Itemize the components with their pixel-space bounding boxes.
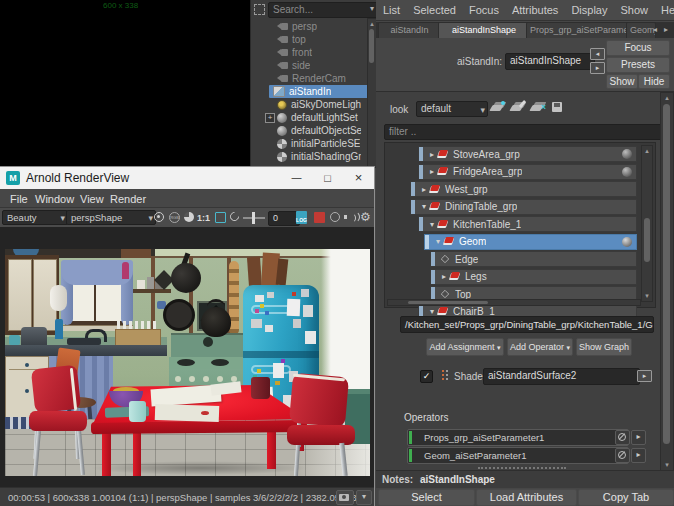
- window-maximize-button[interactable]: □: [312, 167, 343, 189]
- standin-name-field[interactable]: aiStandInShape: [505, 53, 595, 70]
- edit-look-icon[interactable]: [510, 101, 525, 114]
- load-attributes-button[interactable]: Load Attributes: [476, 489, 577, 506]
- connect-output-icon[interactable]: ▸: [590, 62, 605, 74]
- debug-shading-icon[interactable]: [184, 212, 194, 222]
- scroll-down-icon[interactable]: ▾: [642, 292, 652, 300]
- outliner-item-rendercam[interactable]: RenderCam: [277, 72, 361, 85]
- add-assignment-button[interactable]: Add Assignment ▾: [426, 338, 504, 356]
- select-button[interactable]: Select: [378, 489, 475, 506]
- tree-vertical-scrollbar[interactable]: ▴ ▾: [641, 145, 653, 302]
- scrollbar-thumb[interactable]: [663, 104, 670, 444]
- outliner-item-top[interactable]: top: [277, 33, 361, 46]
- outliner-item-side[interactable]: side: [277, 59, 361, 72]
- menu-focus[interactable]: Focus: [469, 4, 499, 16]
- tree-filter-input[interactable]: filter ..: [384, 124, 662, 140]
- add-operator-button[interactable]: Add Operator ▾: [507, 338, 573, 356]
- tree-item-geom-selected[interactable]: ▾Geom: [424, 234, 637, 250]
- outliner-item-aiskydomelight[interactable]: aiSkyDomeLight1: [277, 98, 361, 111]
- connect-input-icon[interactable]: ◂: [590, 48, 605, 60]
- presets-button[interactable]: Presets: [606, 57, 670, 73]
- outliner-item-persp[interactable]: persp: [277, 20, 361, 33]
- tab-aistandin[interactable]: aiStandIn: [378, 22, 441, 38]
- scrollbar-thumb[interactable]: [644, 218, 650, 262]
- menu-window[interactable]: Window: [35, 193, 74, 205]
- chevron-right-icon[interactable]: ▸: [427, 150, 437, 159]
- stop-render-icon[interactable]: [314, 212, 325, 223]
- isolate-selected-icon[interactable]: [330, 212, 340, 222]
- shader-enabled-checkbox[interactable]: ✓: [420, 370, 433, 383]
- exposure-slider-handle[interactable]: [252, 212, 255, 224]
- shader-field[interactable]: aiStandardSurface2: [483, 368, 640, 385]
- chevron-right-icon[interactable]: ▸: [427, 167, 437, 176]
- tree-horizontal-scrollbar[interactable]: [387, 299, 641, 306]
- disable-operator-icon[interactable]: [615, 430, 630, 445]
- viewport-panel[interactable]: 600 x 338: [0, 0, 250, 167]
- connect-output-icon[interactable]: ▸: [637, 370, 652, 382]
- window-minimize-button[interactable]: —: [281, 167, 312, 189]
- render-canvas[interactable]: [0, 227, 374, 487]
- progressive-render-icon[interactable]: [344, 211, 357, 223]
- add-look-icon[interactable]: [490, 101, 505, 114]
- export-operator-icon[interactable]: ▸: [631, 430, 646, 445]
- chevron-down-icon[interactable]: ▾: [433, 237, 443, 246]
- tree-item-west-grp[interactable]: ▸West_grp: [410, 181, 637, 197]
- camera-dropdown[interactable]: perspShape▾: [66, 210, 156, 225]
- tree-item-fridgearea-grp[interactable]: ▸FridgeArea_grp: [418, 164, 637, 180]
- dropdown-arrow-icon[interactable]: ▾: [370, 3, 374, 15]
- refresh-render-icon[interactable]: [228, 210, 241, 223]
- disable-operator-icon[interactable]: [615, 448, 630, 463]
- delete-look-icon[interactable]: [530, 101, 545, 114]
- rgb-channels-icon[interactable]: RGB: [169, 212, 180, 223]
- panel-scrollbar[interactable]: ▴ ▾: [660, 92, 674, 471]
- scroll-up-icon[interactable]: ▴: [368, 20, 376, 28]
- outliner-item-front[interactable]: front: [277, 46, 361, 59]
- menu-attributes[interactable]: Attributes: [512, 4, 558, 16]
- focus-button[interactable]: Focus: [606, 40, 670, 56]
- outliner-search-input[interactable]: Search... ▾: [268, 2, 378, 18]
- menu-display[interactable]: Display: [571, 4, 607, 16]
- menu-view[interactable]: View: [80, 193, 104, 205]
- node-path-field[interactable]: /Kitchen_set/Props_grp/DiningTable_grp/K…: [400, 316, 654, 333]
- aov-dropdown[interactable]: Beauty▾: [2, 210, 68, 225]
- menu-help[interactable]: Help: [661, 4, 674, 16]
- tab-geom-aisetparameter1[interactable]: Geom_aiSetP: [626, 22, 656, 38]
- tree-item-legs[interactable]: ▸Legs: [430, 269, 637, 285]
- tab-scroll-left-icon[interactable]: ◂: [653, 25, 657, 34]
- copy-tab-button[interactable]: Copy Tab: [578, 489, 674, 506]
- export-operator-icon[interactable]: ▸: [631, 448, 646, 463]
- menu-render[interactable]: Render: [110, 193, 146, 205]
- chevron-right-icon[interactable]: ▸: [419, 185, 429, 194]
- tab-scroll-right-icon[interactable]: ▸: [664, 25, 668, 34]
- outliner-item-initialshadinggroup[interactable]: initialShadingGroup: [277, 150, 361, 163]
- save-look-icon[interactable]: [550, 101, 565, 114]
- look-dropdown[interactable]: default ▾: [416, 101, 488, 117]
- scrollbar-thumb[interactable]: [408, 301, 488, 304]
- operator-row-geom[interactable]: Geom_aiSetParameter1: [407, 447, 629, 464]
- tree-item-kitchentable-1[interactable]: ▾KitchenTable_1: [418, 216, 637, 232]
- operator-row-props-grp[interactable]: Props_grp_aiSetParameter1: [407, 429, 629, 446]
- tree-item-stovearea-grp[interactable]: ▸StoveArea_grp: [418, 146, 637, 162]
- menu-selected[interactable]: Selected: [413, 4, 456, 16]
- menu-list[interactable]: List: [383, 4, 400, 16]
- snapshot-button[interactable]: [336, 490, 354, 505]
- tab-props-grp-aisetparameter1[interactable]: Props_grp_aiSetParameter1: [526, 22, 630, 38]
- region-render-icon[interactable]: [215, 212, 226, 223]
- chevron-down-icon[interactable]: ▾: [419, 202, 429, 211]
- scroll-up-icon[interactable]: ▴: [661, 94, 673, 102]
- show-button[interactable]: Show: [606, 74, 638, 89]
- tab-aistandinshape[interactable]: aiStandInShape: [438, 22, 530, 38]
- tree-item-diningtable-grp[interactable]: ▾DiningTable_grp: [410, 199, 637, 215]
- menu-show[interactable]: Show: [620, 4, 648, 16]
- chevron-down-icon[interactable]: ▾: [427, 220, 437, 229]
- menu-file[interactable]: File: [10, 193, 28, 205]
- expand-plus-icon[interactable]: +: [265, 113, 275, 123]
- outliner-item-aistandin-selected[interactable]: aiStandIn: [269, 85, 369, 98]
- scroll-down-icon[interactable]: ▾: [661, 461, 673, 469]
- outliner-item-defaultlightset[interactable]: +defaultLightSet: [277, 111, 361, 124]
- chevron-right-icon[interactable]: ▸: [439, 272, 449, 281]
- chevron-down-icon[interactable]: ▾: [427, 307, 437, 316]
- tree-item-edge[interactable]: Edge: [430, 251, 637, 267]
- status-expand-button[interactable]: ▾: [356, 490, 372, 505]
- snapshot-icon[interactable]: [154, 212, 164, 222]
- log-window-icon[interactable]: LOG: [296, 211, 307, 224]
